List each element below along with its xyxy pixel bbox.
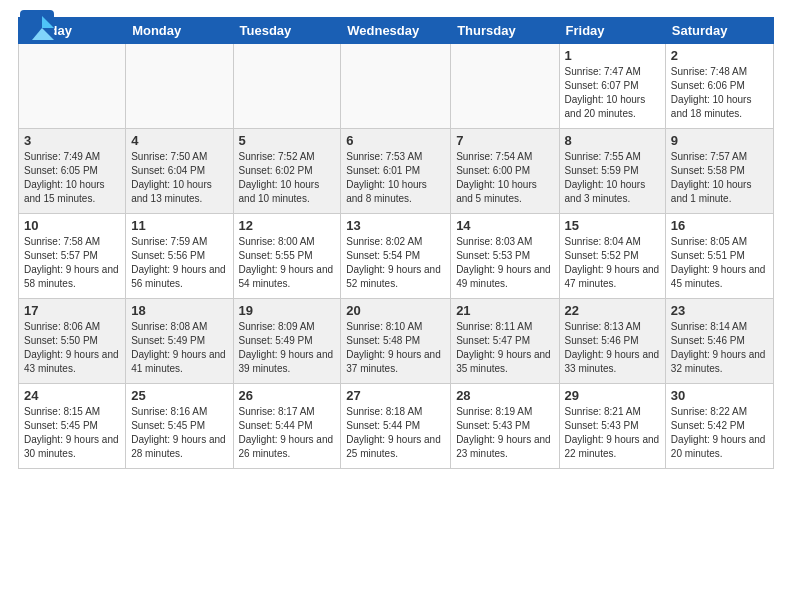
day-info: Sunrise: 7:58 AM Sunset: 5:57 PM Dayligh… [24, 235, 120, 291]
calendar-cell: 12Sunrise: 8:00 AM Sunset: 5:55 PM Dayli… [233, 214, 341, 299]
day-info: Sunrise: 8:17 AM Sunset: 5:44 PM Dayligh… [239, 405, 336, 461]
calendar-cell [19, 44, 126, 129]
day-info: Sunrise: 7:53 AM Sunset: 6:01 PM Dayligh… [346, 150, 445, 206]
day-info: Sunrise: 8:10 AM Sunset: 5:48 PM Dayligh… [346, 320, 445, 376]
day-number: 3 [24, 133, 120, 148]
calendar-cell: 3Sunrise: 7:49 AM Sunset: 6:05 PM Daylig… [19, 129, 126, 214]
day-number: 6 [346, 133, 445, 148]
day-info: Sunrise: 8:08 AM Sunset: 5:49 PM Dayligh… [131, 320, 227, 376]
day-number: 30 [671, 388, 768, 403]
day-number: 12 [239, 218, 336, 233]
day-number: 20 [346, 303, 445, 318]
calendar-cell: 22Sunrise: 8:13 AM Sunset: 5:46 PM Dayli… [559, 299, 665, 384]
day-info: Sunrise: 8:13 AM Sunset: 5:46 PM Dayligh… [565, 320, 660, 376]
calendar-cell: 16Sunrise: 8:05 AM Sunset: 5:51 PM Dayli… [665, 214, 773, 299]
calendar-cell: 24Sunrise: 8:15 AM Sunset: 5:45 PM Dayli… [19, 384, 126, 469]
calendar-cell: 19Sunrise: 8:09 AM Sunset: 5:49 PM Dayli… [233, 299, 341, 384]
column-header-friday: Friday [559, 18, 665, 44]
day-info: Sunrise: 8:05 AM Sunset: 5:51 PM Dayligh… [671, 235, 768, 291]
day-info: Sunrise: 8:09 AM Sunset: 5:49 PM Dayligh… [239, 320, 336, 376]
calendar-cell: 11Sunrise: 7:59 AM Sunset: 5:56 PM Dayli… [126, 214, 233, 299]
day-number: 19 [239, 303, 336, 318]
day-number: 17 [24, 303, 120, 318]
day-info: Sunrise: 8:00 AM Sunset: 5:55 PM Dayligh… [239, 235, 336, 291]
day-info: Sunrise: 8:22 AM Sunset: 5:42 PM Dayligh… [671, 405, 768, 461]
calendar-cell: 18Sunrise: 8:08 AM Sunset: 5:49 PM Dayli… [126, 299, 233, 384]
day-number: 1 [565, 48, 660, 63]
calendar-cell: 2Sunrise: 7:48 AM Sunset: 6:06 PM Daylig… [665, 44, 773, 129]
day-number: 29 [565, 388, 660, 403]
day-info: Sunrise: 7:55 AM Sunset: 5:59 PM Dayligh… [565, 150, 660, 206]
day-number: 18 [131, 303, 227, 318]
calendar-cell: 6Sunrise: 7:53 AM Sunset: 6:01 PM Daylig… [341, 129, 451, 214]
calendar-cell: 29Sunrise: 8:21 AM Sunset: 5:43 PM Dayli… [559, 384, 665, 469]
day-info: Sunrise: 8:15 AM Sunset: 5:45 PM Dayligh… [24, 405, 120, 461]
calendar-cell [233, 44, 341, 129]
calendar-cell: 17Sunrise: 8:06 AM Sunset: 5:50 PM Dayli… [19, 299, 126, 384]
day-number: 21 [456, 303, 553, 318]
day-info: Sunrise: 7:57 AM Sunset: 5:58 PM Dayligh… [671, 150, 768, 206]
column-header-wednesday: Wednesday [341, 18, 451, 44]
calendar-cell: 5Sunrise: 7:52 AM Sunset: 6:02 PM Daylig… [233, 129, 341, 214]
day-info: Sunrise: 7:50 AM Sunset: 6:04 PM Dayligh… [131, 150, 227, 206]
day-number: 2 [671, 48, 768, 63]
calendar-cell: 23Sunrise: 8:14 AM Sunset: 5:46 PM Dayli… [665, 299, 773, 384]
day-number: 24 [24, 388, 120, 403]
calendar-cell: 25Sunrise: 8:16 AM Sunset: 5:45 PM Dayli… [126, 384, 233, 469]
calendar-cell: 20Sunrise: 8:10 AM Sunset: 5:48 PM Dayli… [341, 299, 451, 384]
day-number: 9 [671, 133, 768, 148]
calendar-cell: 26Sunrise: 8:17 AM Sunset: 5:44 PM Dayli… [233, 384, 341, 469]
calendar-cell: 4Sunrise: 7:50 AM Sunset: 6:04 PM Daylig… [126, 129, 233, 214]
day-info: Sunrise: 7:47 AM Sunset: 6:07 PM Dayligh… [565, 65, 660, 121]
day-info: Sunrise: 8:02 AM Sunset: 5:54 PM Dayligh… [346, 235, 445, 291]
day-info: Sunrise: 7:54 AM Sunset: 6:00 PM Dayligh… [456, 150, 553, 206]
day-info: Sunrise: 8:06 AM Sunset: 5:50 PM Dayligh… [24, 320, 120, 376]
day-info: Sunrise: 8:18 AM Sunset: 5:44 PM Dayligh… [346, 405, 445, 461]
day-number: 14 [456, 218, 553, 233]
day-number: 23 [671, 303, 768, 318]
day-number: 28 [456, 388, 553, 403]
column-header-thursday: Thursday [451, 18, 559, 44]
calendar-cell: 14Sunrise: 8:03 AM Sunset: 5:53 PM Dayli… [451, 214, 559, 299]
calendar-cell: 21Sunrise: 8:11 AM Sunset: 5:47 PM Dayli… [451, 299, 559, 384]
day-number: 7 [456, 133, 553, 148]
day-number: 27 [346, 388, 445, 403]
calendar-cell: 27Sunrise: 8:18 AM Sunset: 5:44 PM Dayli… [341, 384, 451, 469]
day-number: 15 [565, 218, 660, 233]
day-number: 13 [346, 218, 445, 233]
day-number: 5 [239, 133, 336, 148]
day-info: Sunrise: 8:11 AM Sunset: 5:47 PM Dayligh… [456, 320, 553, 376]
calendar-cell: 30Sunrise: 8:22 AM Sunset: 5:42 PM Dayli… [665, 384, 773, 469]
day-number: 26 [239, 388, 336, 403]
column-header-saturday: Saturday [665, 18, 773, 44]
calendar-cell: 13Sunrise: 8:02 AM Sunset: 5:54 PM Dayli… [341, 214, 451, 299]
day-info: Sunrise: 8:16 AM Sunset: 5:45 PM Dayligh… [131, 405, 227, 461]
day-number: 16 [671, 218, 768, 233]
logo [18, 8, 60, 46]
day-number: 8 [565, 133, 660, 148]
calendar-cell: 15Sunrise: 8:04 AM Sunset: 5:52 PM Dayli… [559, 214, 665, 299]
day-info: Sunrise: 7:52 AM Sunset: 6:02 PM Dayligh… [239, 150, 336, 206]
calendar-cell: 9Sunrise: 7:57 AM Sunset: 5:58 PM Daylig… [665, 129, 773, 214]
day-info: Sunrise: 8:03 AM Sunset: 5:53 PM Dayligh… [456, 235, 553, 291]
calendar-cell: 8Sunrise: 7:55 AM Sunset: 5:59 PM Daylig… [559, 129, 665, 214]
calendar-cell [126, 44, 233, 129]
day-info: Sunrise: 7:59 AM Sunset: 5:56 PM Dayligh… [131, 235, 227, 291]
column-header-tuesday: Tuesday [233, 18, 341, 44]
day-info: Sunrise: 8:14 AM Sunset: 5:46 PM Dayligh… [671, 320, 768, 376]
day-number: 4 [131, 133, 227, 148]
day-info: Sunrise: 8:21 AM Sunset: 5:43 PM Dayligh… [565, 405, 660, 461]
calendar-table: SundayMondayTuesdayWednesdayThursdayFrid… [18, 17, 774, 469]
calendar-cell: 10Sunrise: 7:58 AM Sunset: 5:57 PM Dayli… [19, 214, 126, 299]
logo-icon [18, 8, 56, 46]
day-number: 11 [131, 218, 227, 233]
calendar-cell [341, 44, 451, 129]
calendar-cell: 28Sunrise: 8:19 AM Sunset: 5:43 PM Dayli… [451, 384, 559, 469]
day-info: Sunrise: 7:49 AM Sunset: 6:05 PM Dayligh… [24, 150, 120, 206]
day-number: 25 [131, 388, 227, 403]
day-info: Sunrise: 8:19 AM Sunset: 5:43 PM Dayligh… [456, 405, 553, 461]
calendar-cell [451, 44, 559, 129]
day-info: Sunrise: 8:04 AM Sunset: 5:52 PM Dayligh… [565, 235, 660, 291]
day-info: Sunrise: 7:48 AM Sunset: 6:06 PM Dayligh… [671, 65, 768, 121]
day-number: 10 [24, 218, 120, 233]
